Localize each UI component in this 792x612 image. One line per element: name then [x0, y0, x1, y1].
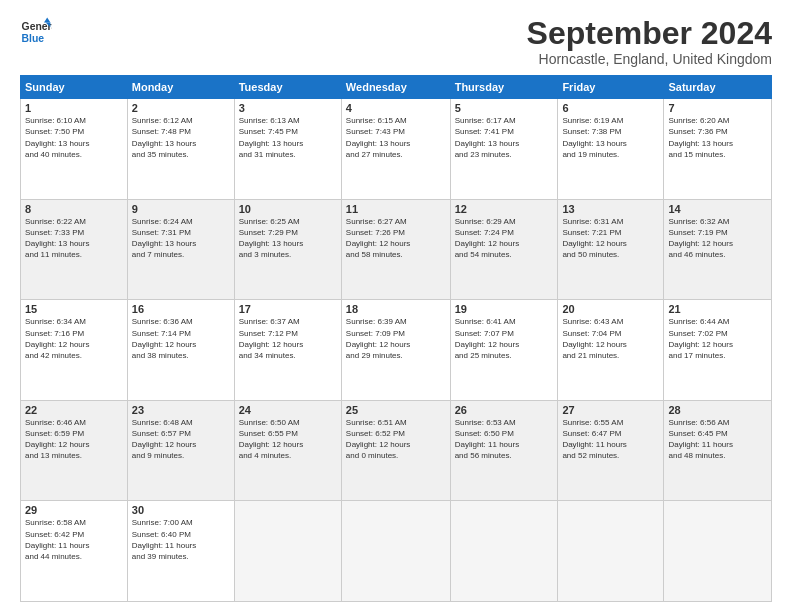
day-info: Sunrise: 6:27 AM Sunset: 7:26 PM Dayligh… [346, 216, 446, 261]
calendar-cell: 21Sunrise: 6:44 AM Sunset: 7:02 PM Dayli… [664, 300, 772, 401]
day-number: 15 [25, 303, 123, 315]
calendar-cell: 12Sunrise: 6:29 AM Sunset: 7:24 PM Dayli… [450, 199, 558, 300]
day-number: 11 [346, 203, 446, 215]
day-info: Sunrise: 6:51 AM Sunset: 6:52 PM Dayligh… [346, 417, 446, 462]
day-number: 19 [455, 303, 554, 315]
calendar-cell: 6Sunrise: 6:19 AM Sunset: 7:38 PM Daylig… [558, 99, 664, 200]
day-number: 24 [239, 404, 337, 416]
calendar-cell: 20Sunrise: 6:43 AM Sunset: 7:04 PM Dayli… [558, 300, 664, 401]
day-info: Sunrise: 6:34 AM Sunset: 7:16 PM Dayligh… [25, 316, 123, 361]
day-info: Sunrise: 6:46 AM Sunset: 6:59 PM Dayligh… [25, 417, 123, 462]
calendar-cell: 11Sunrise: 6:27 AM Sunset: 7:26 PM Dayli… [341, 199, 450, 300]
day-number: 17 [239, 303, 337, 315]
day-info: Sunrise: 6:43 AM Sunset: 7:04 PM Dayligh… [562, 316, 659, 361]
calendar-cell: 4Sunrise: 6:15 AM Sunset: 7:43 PM Daylig… [341, 99, 450, 200]
day-number: 21 [668, 303, 767, 315]
day-number: 2 [132, 102, 230, 114]
svg-text:Blue: Blue [22, 33, 45, 44]
day-info: Sunrise: 6:58 AM Sunset: 6:42 PM Dayligh… [25, 517, 123, 562]
day-number: 10 [239, 203, 337, 215]
day-number: 5 [455, 102, 554, 114]
calendar-week-row: 29Sunrise: 6:58 AM Sunset: 6:42 PM Dayli… [21, 501, 772, 602]
day-info: Sunrise: 6:41 AM Sunset: 7:07 PM Dayligh… [455, 316, 554, 361]
calendar-week-row: 22Sunrise: 6:46 AM Sunset: 6:59 PM Dayli… [21, 400, 772, 501]
calendar-cell: 17Sunrise: 6:37 AM Sunset: 7:12 PM Dayli… [234, 300, 341, 401]
title-block: September 2024 Horncastle, England, Unit… [527, 16, 772, 67]
calendar-cell: 2Sunrise: 6:12 AM Sunset: 7:48 PM Daylig… [127, 99, 234, 200]
calendar-cell: 9Sunrise: 6:24 AM Sunset: 7:31 PM Daylig… [127, 199, 234, 300]
page: General Blue September 2024 Horncastle, … [0, 0, 792, 612]
day-number: 18 [346, 303, 446, 315]
logo-icon: General Blue [20, 16, 52, 48]
calendar-table: SundayMondayTuesdayWednesdayThursdayFrid… [20, 75, 772, 602]
day-number: 7 [668, 102, 767, 114]
calendar-cell: 19Sunrise: 6:41 AM Sunset: 7:07 PM Dayli… [450, 300, 558, 401]
day-info: Sunrise: 6:37 AM Sunset: 7:12 PM Dayligh… [239, 316, 337, 361]
weekday-header-sunday: Sunday [21, 76, 128, 99]
day-info: Sunrise: 6:15 AM Sunset: 7:43 PM Dayligh… [346, 115, 446, 160]
day-info: Sunrise: 6:53 AM Sunset: 6:50 PM Dayligh… [455, 417, 554, 462]
calendar-cell: 18Sunrise: 6:39 AM Sunset: 7:09 PM Dayli… [341, 300, 450, 401]
day-number: 23 [132, 404, 230, 416]
calendar-cell: 28Sunrise: 6:56 AM Sunset: 6:45 PM Dayli… [664, 400, 772, 501]
calendar-cell: 23Sunrise: 6:48 AM Sunset: 6:57 PM Dayli… [127, 400, 234, 501]
day-info: Sunrise: 6:39 AM Sunset: 7:09 PM Dayligh… [346, 316, 446, 361]
day-info: Sunrise: 6:55 AM Sunset: 6:47 PM Dayligh… [562, 417, 659, 462]
calendar-cell: 7Sunrise: 6:20 AM Sunset: 7:36 PM Daylig… [664, 99, 772, 200]
day-info: Sunrise: 7:00 AM Sunset: 6:40 PM Dayligh… [132, 517, 230, 562]
location-subtitle: Horncastle, England, United Kingdom [527, 51, 772, 67]
calendar-cell: 14Sunrise: 6:32 AM Sunset: 7:19 PM Dayli… [664, 199, 772, 300]
day-number: 28 [668, 404, 767, 416]
weekday-header-saturday: Saturday [664, 76, 772, 99]
calendar-cell [234, 501, 341, 602]
logo: General Blue [20, 16, 52, 48]
calendar-cell [664, 501, 772, 602]
day-number: 8 [25, 203, 123, 215]
day-info: Sunrise: 6:10 AM Sunset: 7:50 PM Dayligh… [25, 115, 123, 160]
calendar-cell: 15Sunrise: 6:34 AM Sunset: 7:16 PM Dayli… [21, 300, 128, 401]
day-number: 6 [562, 102, 659, 114]
day-number: 27 [562, 404, 659, 416]
calendar-cell: 13Sunrise: 6:31 AM Sunset: 7:21 PM Dayli… [558, 199, 664, 300]
day-number: 22 [25, 404, 123, 416]
day-info: Sunrise: 6:17 AM Sunset: 7:41 PM Dayligh… [455, 115, 554, 160]
calendar-week-row: 15Sunrise: 6:34 AM Sunset: 7:16 PM Dayli… [21, 300, 772, 401]
day-number: 13 [562, 203, 659, 215]
calendar-cell: 24Sunrise: 6:50 AM Sunset: 6:55 PM Dayli… [234, 400, 341, 501]
weekday-header-thursday: Thursday [450, 76, 558, 99]
day-number: 4 [346, 102, 446, 114]
calendar-cell: 10Sunrise: 6:25 AM Sunset: 7:29 PM Dayli… [234, 199, 341, 300]
day-number: 14 [668, 203, 767, 215]
day-number: 16 [132, 303, 230, 315]
calendar-cell: 5Sunrise: 6:17 AM Sunset: 7:41 PM Daylig… [450, 99, 558, 200]
month-title: September 2024 [527, 16, 772, 51]
day-number: 25 [346, 404, 446, 416]
calendar-cell: 26Sunrise: 6:53 AM Sunset: 6:50 PM Dayli… [450, 400, 558, 501]
calendar-cell: 30Sunrise: 7:00 AM Sunset: 6:40 PM Dayli… [127, 501, 234, 602]
day-info: Sunrise: 6:19 AM Sunset: 7:38 PM Dayligh… [562, 115, 659, 160]
calendar-cell: 16Sunrise: 6:36 AM Sunset: 7:14 PM Dayli… [127, 300, 234, 401]
calendar-cell: 27Sunrise: 6:55 AM Sunset: 6:47 PM Dayli… [558, 400, 664, 501]
calendar-cell: 3Sunrise: 6:13 AM Sunset: 7:45 PM Daylig… [234, 99, 341, 200]
day-number: 29 [25, 504, 123, 516]
calendar-week-row: 1Sunrise: 6:10 AM Sunset: 7:50 PM Daylig… [21, 99, 772, 200]
day-info: Sunrise: 6:25 AM Sunset: 7:29 PM Dayligh… [239, 216, 337, 261]
day-info: Sunrise: 6:36 AM Sunset: 7:14 PM Dayligh… [132, 316, 230, 361]
calendar-cell [341, 501, 450, 602]
weekday-header-tuesday: Tuesday [234, 76, 341, 99]
weekday-header-monday: Monday [127, 76, 234, 99]
calendar-cell [450, 501, 558, 602]
day-info: Sunrise: 6:13 AM Sunset: 7:45 PM Dayligh… [239, 115, 337, 160]
day-info: Sunrise: 6:12 AM Sunset: 7:48 PM Dayligh… [132, 115, 230, 160]
calendar-cell: 22Sunrise: 6:46 AM Sunset: 6:59 PM Dayli… [21, 400, 128, 501]
day-info: Sunrise: 6:31 AM Sunset: 7:21 PM Dayligh… [562, 216, 659, 261]
day-info: Sunrise: 6:56 AM Sunset: 6:45 PM Dayligh… [668, 417, 767, 462]
calendar-cell: 8Sunrise: 6:22 AM Sunset: 7:33 PM Daylig… [21, 199, 128, 300]
day-number: 1 [25, 102, 123, 114]
day-number: 3 [239, 102, 337, 114]
day-info: Sunrise: 6:24 AM Sunset: 7:31 PM Dayligh… [132, 216, 230, 261]
day-info: Sunrise: 6:48 AM Sunset: 6:57 PM Dayligh… [132, 417, 230, 462]
day-info: Sunrise: 6:29 AM Sunset: 7:24 PM Dayligh… [455, 216, 554, 261]
day-info: Sunrise: 6:50 AM Sunset: 6:55 PM Dayligh… [239, 417, 337, 462]
day-info: Sunrise: 6:20 AM Sunset: 7:36 PM Dayligh… [668, 115, 767, 160]
